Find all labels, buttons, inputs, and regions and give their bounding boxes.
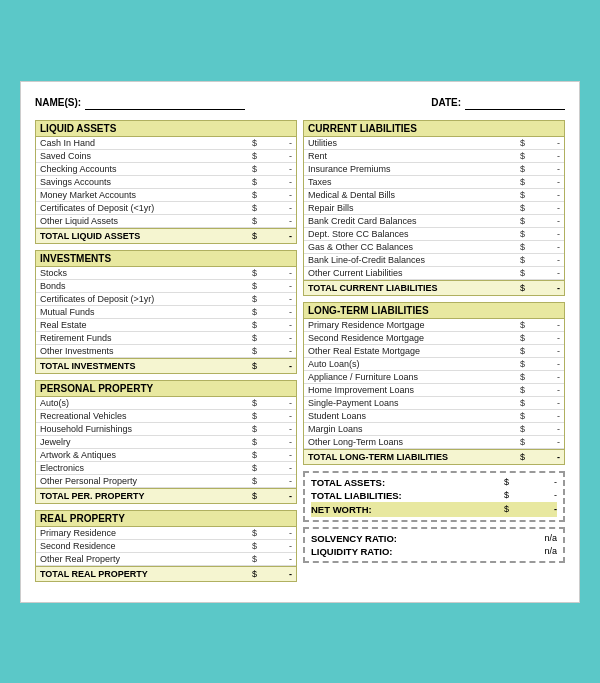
liquidity-ratio-row: LIQUIDITY RATIO: n/a bbox=[311, 545, 557, 558]
rent-row: Rent $ - bbox=[304, 150, 564, 163]
liquid-assets-header: LIQUID ASSETS bbox=[35, 120, 297, 137]
jewelry-row: Jewelry $ - bbox=[36, 436, 296, 449]
mutual-funds-row: Mutual Funds $ - bbox=[36, 306, 296, 319]
other-liquid-row: Other Liquid Assets $ - bbox=[36, 215, 296, 228]
real-property-section: REAL PROPERTY Primary Residence $ - Seco… bbox=[35, 510, 297, 582]
bank-loc-row: Bank Line-of-Credit Balances $ - bbox=[304, 254, 564, 267]
cash-in-hand-value: - bbox=[262, 138, 292, 148]
other-investments-row: Other Investments $ - bbox=[36, 345, 296, 358]
money-market-row: Money Market Accounts $ - bbox=[36, 189, 296, 202]
liquid-assets-section: LIQUID ASSETS Cash In Hand $ - Saved Coi… bbox=[35, 120, 297, 244]
long-term-liabilities-header: LONG-TERM LIABILITIES bbox=[303, 302, 565, 319]
personal-property-header: PERSONAL PROPERTY bbox=[35, 380, 297, 397]
personal-property-section: PERSONAL PROPERTY Auto(s) $ - Recreation… bbox=[35, 380, 297, 504]
names-field: NAME(S): bbox=[35, 96, 245, 110]
total-real-property-row: TOTAL REAL PROPERTY $ - bbox=[36, 566, 296, 581]
cds-lt1yr-row: Certificates of Deposit (<1yr) $ - bbox=[36, 202, 296, 215]
appliance-furniture-loans-row: Appliance / Furniture Loans $ - bbox=[304, 371, 564, 384]
total-personal-property-row: TOTAL PER. PROPERTY $ - bbox=[36, 488, 296, 503]
primary-residence-asset-row: Primary Residence $ - bbox=[36, 527, 296, 540]
utilities-row: Utilities $ - bbox=[304, 137, 564, 150]
investments-body: Stocks $ - Bonds $ - Certificates of Dep… bbox=[35, 267, 297, 374]
total-liquid-row: TOTAL LIQUID ASSETS $ - bbox=[36, 228, 296, 243]
second-residence-asset-row: Second Residence $ - bbox=[36, 540, 296, 553]
savings-accounts-row: Savings Accounts $ - bbox=[36, 176, 296, 189]
total-current-liabilities-row: TOTAL CURRENT LIABILITIES $ - bbox=[304, 280, 564, 295]
gas-cc-row: Gas & Other CC Balances $ - bbox=[304, 241, 564, 254]
total-assets-row: TOTAL ASSETS: $ - bbox=[311, 476, 557, 489]
total-investments-row: TOTAL INVESTMENTS $ - bbox=[36, 358, 296, 373]
saved-coins-row: Saved Coins $ - bbox=[36, 150, 296, 163]
solvency-ratio-row: SOLVENCY RATIO: n/a bbox=[311, 532, 557, 545]
liquid-assets-body: Cash In Hand $ - Saved Coins $ - Checkin… bbox=[35, 137, 297, 244]
names-label: NAME(S): bbox=[35, 97, 81, 108]
medical-dental-row: Medical & Dental Bills $ - bbox=[304, 189, 564, 202]
checking-accounts-row: Checking Accounts $ - bbox=[36, 163, 296, 176]
summary-section: TOTAL ASSETS: $ - TOTAL LIABILITIES: $ -… bbox=[303, 471, 565, 563]
stocks-row: Stocks $ - bbox=[36, 267, 296, 280]
saved-coins-label: Saved Coins bbox=[40, 151, 252, 161]
ratios-box: SOLVENCY RATIO: n/a LIQUIDITY RATIO: n/a bbox=[303, 527, 565, 563]
personal-property-body: Auto(s) $ - Recreational Vehicles $ - Ho… bbox=[35, 397, 297, 504]
autos-row: Auto(s) $ - bbox=[36, 397, 296, 410]
artwork-row: Artwork & Antiques $ - bbox=[36, 449, 296, 462]
retirement-funds-row: Retirement Funds $ - bbox=[36, 332, 296, 345]
page: NAME(S): DATE: LIQUID ASSETS Cash In Han… bbox=[20, 81, 580, 603]
long-term-liabilities-body: Primary Residence Mortgage $ - Second Re… bbox=[303, 319, 565, 465]
cds-gt1yr-row: Certificates of Deposit (>1yr) $ - bbox=[36, 293, 296, 306]
investments-section: INVESTMENTS Stocks $ - Bonds $ - Certifi… bbox=[35, 250, 297, 374]
bonds-row: Bonds $ - bbox=[36, 280, 296, 293]
single-payment-loans-row: Single-Payment Loans $ - bbox=[304, 397, 564, 410]
electronics-row: Electronics $ - bbox=[36, 462, 296, 475]
insurance-premiums-row: Insurance Premiums $ - bbox=[304, 163, 564, 176]
repair-bills-row: Repair Bills $ - bbox=[304, 202, 564, 215]
cash-in-hand-row: Cash In Hand $ - bbox=[36, 137, 296, 150]
current-liabilities-section: CURRENT LIABILITIES Utilities $ - Rent $… bbox=[303, 120, 565, 296]
date-field: DATE: bbox=[431, 96, 565, 110]
left-column: LIQUID ASSETS Cash In Hand $ - Saved Coi… bbox=[35, 120, 297, 588]
other-personal-property-row: Other Personal Property $ - bbox=[36, 475, 296, 488]
investments-header: INVESTMENTS bbox=[35, 250, 297, 267]
home-improvement-loans-row: Home Improvement Loans $ - bbox=[304, 384, 564, 397]
current-liabilities-header: CURRENT LIABILITIES bbox=[303, 120, 565, 137]
cash-in-hand-dollar: $ bbox=[252, 138, 260, 148]
total-liabilities-row: TOTAL LIABILITIES: $ - bbox=[311, 489, 557, 502]
names-input-line[interactable] bbox=[85, 96, 245, 110]
date-label: DATE: bbox=[431, 97, 461, 108]
totals-box: TOTAL ASSETS: $ - TOTAL LIABILITIES: $ -… bbox=[303, 471, 565, 522]
total-long-term-liabilities-row: TOTAL LONG-TERM LIABILITIES $ - bbox=[304, 449, 564, 464]
real-property-body: Primary Residence $ - Second Residence $… bbox=[35, 527, 297, 582]
recreational-vehicles-row: Recreational Vehicles $ - bbox=[36, 410, 296, 423]
other-real-property-asset-row: Other Real Property $ - bbox=[36, 553, 296, 566]
header: NAME(S): DATE: bbox=[35, 96, 565, 110]
student-loans-row: Student Loans $ - bbox=[304, 410, 564, 423]
net-worth-row: NET WORTH: $ - bbox=[311, 502, 557, 517]
taxes-row: Taxes $ - bbox=[304, 176, 564, 189]
dept-store-cc-row: Dept. Store CC Balances $ - bbox=[304, 228, 564, 241]
bank-cc-row: Bank Credit Card Balances $ - bbox=[304, 215, 564, 228]
other-real-estate-mortgage-row: Other Real Estate Mortgage $ - bbox=[304, 345, 564, 358]
date-input-line[interactable] bbox=[465, 96, 565, 110]
right-column: CURRENT LIABILITIES Utilities $ - Rent $… bbox=[303, 120, 565, 588]
margin-loans-row: Margin Loans $ - bbox=[304, 423, 564, 436]
second-mortgage-row: Second Residence Mortgage $ - bbox=[304, 332, 564, 345]
other-long-term-loans-row: Other Long-Term Loans $ - bbox=[304, 436, 564, 449]
primary-mortgage-row: Primary Residence Mortgage $ - bbox=[304, 319, 564, 332]
long-term-liabilities-section: LONG-TERM LIABILITIES Primary Residence … bbox=[303, 302, 565, 465]
other-current-liabilities-row: Other Current Liabilities $ - bbox=[304, 267, 564, 280]
cash-in-hand-label: Cash In Hand bbox=[40, 138, 252, 148]
auto-loans-row: Auto Loan(s) $ - bbox=[304, 358, 564, 371]
real-estate-row: Real Estate $ - bbox=[36, 319, 296, 332]
real-property-header: REAL PROPERTY bbox=[35, 510, 297, 527]
current-liabilities-body: Utilities $ - Rent $ - Insurance Premium… bbox=[303, 137, 565, 296]
household-furnishings-row: Household Furnishings $ - bbox=[36, 423, 296, 436]
main-grid: LIQUID ASSETS Cash In Hand $ - Saved Coi… bbox=[35, 120, 565, 588]
